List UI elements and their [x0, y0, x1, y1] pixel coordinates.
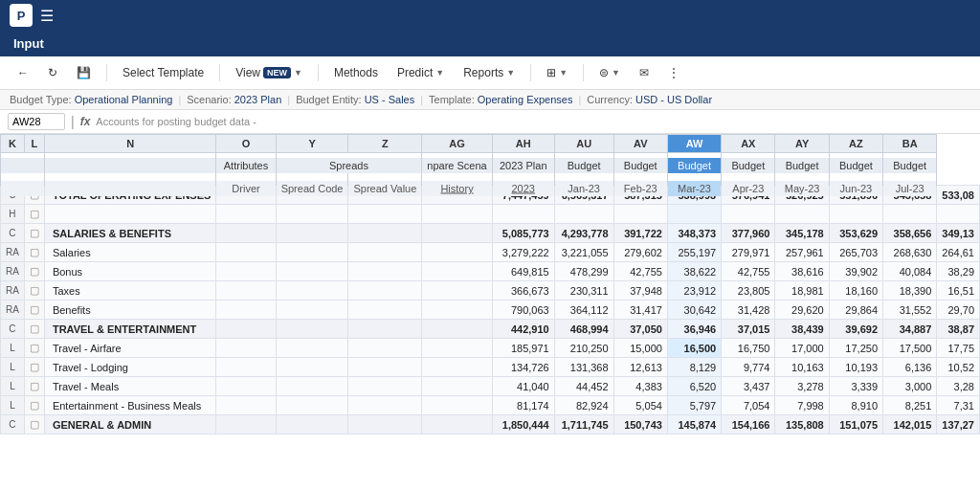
value-cell[interactable]: 150,743: [613, 415, 667, 434]
value-cell[interactable]: 649,815: [492, 262, 554, 281]
value-cell[interactable]: 18,160: [829, 281, 882, 301]
value-cell[interactable]: 37,948: [613, 281, 667, 301]
value-cell[interactable]: 154,166: [722, 415, 775, 434]
value-cell[interactable]: 8,129: [667, 358, 721, 377]
value-cell[interactable]: 42,755: [613, 262, 667, 281]
value-cell[interactable]: [422, 339, 492, 358]
value-cell[interactable]: 7,054: [722, 396, 775, 415]
value-cell[interactable]: 31,417: [613, 301, 667, 320]
value-cell[interactable]: [829, 205, 882, 224]
value-cell[interactable]: 348,373: [667, 224, 721, 243]
value-cell[interactable]: [422, 262, 492, 281]
value-cell[interactable]: 8,251: [883, 396, 937, 415]
value-cell[interactable]: 18,390: [883, 281, 937, 301]
value-cell[interactable]: 279,971: [722, 243, 775, 262]
value-cell[interactable]: 39,902: [829, 262, 882, 281]
value-cell[interactable]: 391,722: [613, 224, 667, 243]
value-cell[interactable]: [422, 281, 492, 301]
value-cell[interactable]: 38,87: [937, 320, 980, 339]
value-cell[interactable]: 17,75: [937, 339, 980, 358]
value-cell[interactable]: 23,805: [722, 281, 775, 301]
value-cell[interactable]: 3,437: [722, 377, 775, 396]
value-cell[interactable]: 38,622: [667, 262, 721, 281]
value-cell[interactable]: 29,620: [775, 301, 829, 320]
table-row[interactable]: RA▢Taxes366,673230,31137,94823,91223,805…: [1, 281, 980, 301]
value-cell[interactable]: 10,193: [829, 358, 882, 377]
value-cell[interactable]: 10,163: [775, 358, 829, 377]
table-row[interactable]: C▢GENERAL & ADMIN1,850,4441,711,745150,7…: [1, 415, 980, 434]
value-cell[interactable]: 442,910: [492, 320, 554, 339]
value-cell[interactable]: [422, 415, 492, 434]
value-cell[interactable]: 39,692: [829, 320, 882, 339]
value-cell[interactable]: 4,293,778: [554, 224, 613, 243]
value-cell[interactable]: [492, 205, 554, 224]
grid-button[interactable]: ⊞ ▼: [539, 62, 575, 83]
value-cell[interactable]: 790,063: [492, 301, 554, 320]
value-cell[interactable]: 131,368: [554, 358, 613, 377]
value-cell[interactable]: 16,500: [667, 339, 721, 358]
table-row[interactable]: L▢Entertainment - Business Meals81,17482…: [1, 396, 980, 415]
refresh-button[interactable]: ↻: [40, 62, 65, 83]
value-cell[interactable]: 30,642: [667, 301, 721, 320]
table-row[interactable]: RA▢Bonus649,815478,29942,75538,62242,755…: [1, 262, 980, 281]
value-cell[interactable]: 44,452: [554, 377, 613, 396]
value-cell[interactable]: 3,279,222: [492, 243, 554, 262]
table-row[interactable]: C▢SALARIES & BENEFITS5,085,7734,293,7783…: [1, 224, 980, 243]
value-cell[interactable]: [422, 243, 492, 262]
value-cell[interactable]: [937, 205, 980, 224]
table-row[interactable]: L▢Travel - Airfare185,971210,25015,00016…: [1, 339, 980, 358]
value-cell[interactable]: 15,000: [613, 339, 667, 358]
table-row[interactable]: L▢Travel - Lodging134,726131,36812,6138,…: [1, 358, 980, 377]
value-cell[interactable]: 3,278: [775, 377, 829, 396]
value-cell[interactable]: 42,755: [722, 262, 775, 281]
table-row[interactable]: L▢Travel - Meals41,04044,4524,3836,5203,…: [1, 377, 980, 396]
value-cell[interactable]: [775, 205, 829, 224]
value-cell[interactable]: [422, 377, 492, 396]
value-cell[interactable]: 230,311: [554, 281, 613, 301]
value-cell[interactable]: [422, 301, 492, 320]
value-cell[interactable]: 268,630: [883, 243, 937, 262]
value-cell[interactable]: 1,850,444: [492, 415, 554, 434]
value-cell[interactable]: 3,339: [829, 377, 882, 396]
value-cell[interactable]: 31,428: [722, 301, 775, 320]
value-cell[interactable]: 377,960: [722, 224, 775, 243]
value-cell[interactable]: 41,040: [492, 377, 554, 396]
hamburger-icon[interactable]: ☰: [40, 7, 54, 25]
value-cell[interactable]: 37,050: [613, 320, 667, 339]
value-cell[interactable]: 5,797: [667, 396, 721, 415]
cell-reference-input[interactable]: [8, 113, 65, 130]
value-cell[interactable]: 17,000: [775, 339, 829, 358]
value-cell[interactable]: 3,221,055: [554, 243, 613, 262]
value-cell[interactable]: 366,673: [492, 281, 554, 301]
value-cell[interactable]: [667, 205, 721, 224]
value-cell[interactable]: [883, 205, 937, 224]
value-cell[interactable]: 17,500: [883, 339, 937, 358]
mail-button[interactable]: ✉: [632, 62, 657, 83]
value-cell[interactable]: 38,616: [775, 262, 829, 281]
value-cell[interactable]: 10,52: [937, 358, 980, 377]
value-cell[interactable]: 7,31: [937, 396, 980, 415]
spreadsheet-container[interactable]: K L N O Y Z AG AH AU AV AW AX AY AZ BA: [0, 134, 980, 490]
value-cell[interactable]: 9,774: [722, 358, 775, 377]
value-cell[interactable]: 210,250: [554, 339, 613, 358]
value-cell[interactable]: [422, 358, 492, 377]
value-cell[interactable]: 8,910: [829, 396, 882, 415]
value-cell[interactable]: 5,085,773: [492, 224, 554, 243]
value-cell[interactable]: 31,552: [883, 301, 937, 320]
value-cell[interactable]: 38,29: [937, 262, 980, 281]
value-cell[interactable]: 151,075: [829, 415, 882, 434]
value-cell[interactable]: 349,13: [937, 224, 980, 243]
value-cell[interactable]: 29,864: [829, 301, 882, 320]
value-cell[interactable]: 6,520: [667, 377, 721, 396]
value-cell[interactable]: [722, 205, 775, 224]
table-row[interactable]: H▢: [1, 205, 980, 224]
value-cell[interactable]: 478,299: [554, 262, 613, 281]
value-cell[interactable]: 353,629: [829, 224, 882, 243]
value-cell[interactable]: [422, 205, 492, 224]
value-cell[interactable]: 358,656: [883, 224, 937, 243]
value-cell[interactable]: 185,971: [492, 339, 554, 358]
value-cell[interactable]: 345,178: [775, 224, 829, 243]
value-cell[interactable]: 18,981: [775, 281, 829, 301]
value-cell[interactable]: [422, 224, 492, 243]
back-button[interactable]: ←: [10, 62, 36, 83]
